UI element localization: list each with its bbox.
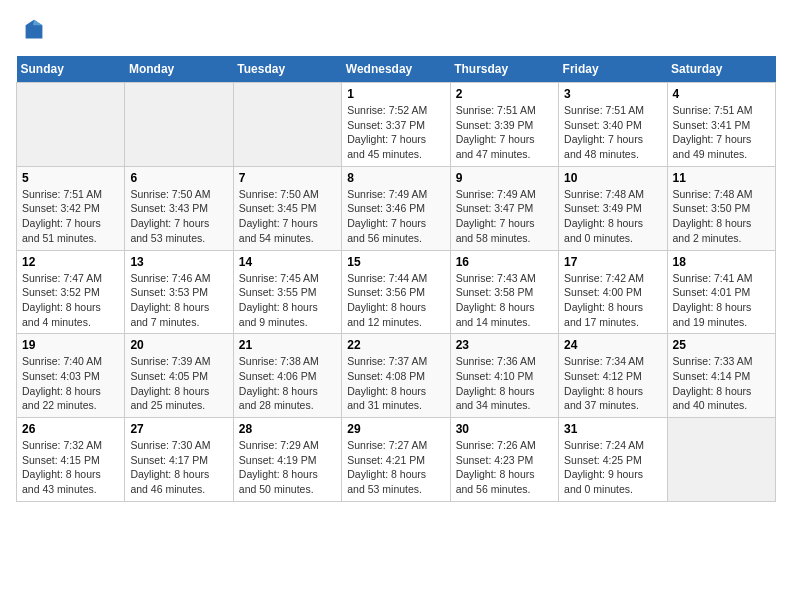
day-number: 4 [673, 87, 770, 101]
page-header [16, 16, 776, 44]
day-number: 2 [456, 87, 553, 101]
day-of-week-header: Sunday [17, 56, 125, 83]
calendar-cell: 6Sunrise: 7:50 AM Sunset: 3:43 PM Daylig… [125, 166, 233, 250]
calendar-week-row: 12Sunrise: 7:47 AM Sunset: 3:52 PM Dayli… [17, 250, 776, 334]
day-number: 28 [239, 422, 336, 436]
day-info: Sunrise: 7:51 AM Sunset: 3:40 PM Dayligh… [564, 103, 661, 162]
day-number: 14 [239, 255, 336, 269]
day-info: Sunrise: 7:26 AM Sunset: 4:23 PM Dayligh… [456, 438, 553, 497]
day-of-week-header: Saturday [667, 56, 775, 83]
day-info: Sunrise: 7:42 AM Sunset: 4:00 PM Dayligh… [564, 271, 661, 330]
day-info: Sunrise: 7:27 AM Sunset: 4:21 PM Dayligh… [347, 438, 444, 497]
calendar-cell: 14Sunrise: 7:45 AM Sunset: 3:55 PM Dayli… [233, 250, 341, 334]
day-number: 19 [22, 338, 119, 352]
day-number: 8 [347, 171, 444, 185]
day-info: Sunrise: 7:33 AM Sunset: 4:14 PM Dayligh… [673, 354, 770, 413]
calendar-cell [17, 83, 125, 167]
day-info: Sunrise: 7:45 AM Sunset: 3:55 PM Dayligh… [239, 271, 336, 330]
calendar-cell [667, 418, 775, 502]
calendar-cell: 31Sunrise: 7:24 AM Sunset: 4:25 PM Dayli… [559, 418, 667, 502]
calendar-cell: 22Sunrise: 7:37 AM Sunset: 4:08 PM Dayli… [342, 334, 450, 418]
day-number: 30 [456, 422, 553, 436]
day-info: Sunrise: 7:46 AM Sunset: 3:53 PM Dayligh… [130, 271, 227, 330]
day-info: Sunrise: 7:39 AM Sunset: 4:05 PM Dayligh… [130, 354, 227, 413]
day-info: Sunrise: 7:43 AM Sunset: 3:58 PM Dayligh… [456, 271, 553, 330]
day-number: 26 [22, 422, 119, 436]
day-info: Sunrise: 7:44 AM Sunset: 3:56 PM Dayligh… [347, 271, 444, 330]
day-number: 21 [239, 338, 336, 352]
day-number: 6 [130, 171, 227, 185]
day-of-week-header: Tuesday [233, 56, 341, 83]
logo-icon [20, 16, 48, 44]
day-info: Sunrise: 7:47 AM Sunset: 3:52 PM Dayligh… [22, 271, 119, 330]
day-number: 23 [456, 338, 553, 352]
calendar-cell: 30Sunrise: 7:26 AM Sunset: 4:23 PM Dayli… [450, 418, 558, 502]
day-info: Sunrise: 7:34 AM Sunset: 4:12 PM Dayligh… [564, 354, 661, 413]
calendar-cell: 11Sunrise: 7:48 AM Sunset: 3:50 PM Dayli… [667, 166, 775, 250]
day-info: Sunrise: 7:49 AM Sunset: 3:46 PM Dayligh… [347, 187, 444, 246]
logo [16, 16, 48, 44]
day-info: Sunrise: 7:51 AM Sunset: 3:42 PM Dayligh… [22, 187, 119, 246]
calendar-cell: 13Sunrise: 7:46 AM Sunset: 3:53 PM Dayli… [125, 250, 233, 334]
day-number: 17 [564, 255, 661, 269]
day-info: Sunrise: 7:51 AM Sunset: 3:39 PM Dayligh… [456, 103, 553, 162]
calendar-cell: 2Sunrise: 7:51 AM Sunset: 3:39 PM Daylig… [450, 83, 558, 167]
calendar-cell: 7Sunrise: 7:50 AM Sunset: 3:45 PM Daylig… [233, 166, 341, 250]
calendar-cell: 3Sunrise: 7:51 AM Sunset: 3:40 PM Daylig… [559, 83, 667, 167]
calendar-cell: 18Sunrise: 7:41 AM Sunset: 4:01 PM Dayli… [667, 250, 775, 334]
day-number: 5 [22, 171, 119, 185]
day-info: Sunrise: 7:49 AM Sunset: 3:47 PM Dayligh… [456, 187, 553, 246]
calendar-week-row: 1Sunrise: 7:52 AM Sunset: 3:37 PM Daylig… [17, 83, 776, 167]
calendar-cell: 17Sunrise: 7:42 AM Sunset: 4:00 PM Dayli… [559, 250, 667, 334]
day-of-week-header: Friday [559, 56, 667, 83]
day-of-week-header: Thursday [450, 56, 558, 83]
day-info: Sunrise: 7:30 AM Sunset: 4:17 PM Dayligh… [130, 438, 227, 497]
day-number: 24 [564, 338, 661, 352]
day-number: 3 [564, 87, 661, 101]
calendar-cell: 28Sunrise: 7:29 AM Sunset: 4:19 PM Dayli… [233, 418, 341, 502]
day-number: 15 [347, 255, 444, 269]
day-number: 11 [673, 171, 770, 185]
day-number: 29 [347, 422, 444, 436]
calendar-cell: 21Sunrise: 7:38 AM Sunset: 4:06 PM Dayli… [233, 334, 341, 418]
calendar-cell [233, 83, 341, 167]
day-number: 16 [456, 255, 553, 269]
calendar-week-row: 19Sunrise: 7:40 AM Sunset: 4:03 PM Dayli… [17, 334, 776, 418]
calendar-cell: 27Sunrise: 7:30 AM Sunset: 4:17 PM Dayli… [125, 418, 233, 502]
day-number: 22 [347, 338, 444, 352]
calendar-table: SundayMondayTuesdayWednesdayThursdayFrid… [16, 56, 776, 502]
day-info: Sunrise: 7:50 AM Sunset: 3:45 PM Dayligh… [239, 187, 336, 246]
calendar-header-row: SundayMondayTuesdayWednesdayThursdayFrid… [17, 56, 776, 83]
calendar-cell: 29Sunrise: 7:27 AM Sunset: 4:21 PM Dayli… [342, 418, 450, 502]
calendar-cell: 26Sunrise: 7:32 AM Sunset: 4:15 PM Dayli… [17, 418, 125, 502]
calendar-cell: 25Sunrise: 7:33 AM Sunset: 4:14 PM Dayli… [667, 334, 775, 418]
day-number: 1 [347, 87, 444, 101]
calendar-cell: 23Sunrise: 7:36 AM Sunset: 4:10 PM Dayli… [450, 334, 558, 418]
calendar-cell: 9Sunrise: 7:49 AM Sunset: 3:47 PM Daylig… [450, 166, 558, 250]
calendar-cell: 16Sunrise: 7:43 AM Sunset: 3:58 PM Dayli… [450, 250, 558, 334]
day-info: Sunrise: 7:38 AM Sunset: 4:06 PM Dayligh… [239, 354, 336, 413]
svg-marker-1 [33, 20, 42, 26]
calendar-cell [125, 83, 233, 167]
calendar-cell: 4Sunrise: 7:51 AM Sunset: 3:41 PM Daylig… [667, 83, 775, 167]
calendar-week-row: 26Sunrise: 7:32 AM Sunset: 4:15 PM Dayli… [17, 418, 776, 502]
day-info: Sunrise: 7:40 AM Sunset: 4:03 PM Dayligh… [22, 354, 119, 413]
calendar-cell: 5Sunrise: 7:51 AM Sunset: 3:42 PM Daylig… [17, 166, 125, 250]
day-number: 13 [130, 255, 227, 269]
day-info: Sunrise: 7:36 AM Sunset: 4:10 PM Dayligh… [456, 354, 553, 413]
calendar-cell: 8Sunrise: 7:49 AM Sunset: 3:46 PM Daylig… [342, 166, 450, 250]
day-number: 27 [130, 422, 227, 436]
day-number: 10 [564, 171, 661, 185]
calendar-cell: 12Sunrise: 7:47 AM Sunset: 3:52 PM Dayli… [17, 250, 125, 334]
day-info: Sunrise: 7:37 AM Sunset: 4:08 PM Dayligh… [347, 354, 444, 413]
calendar-cell: 19Sunrise: 7:40 AM Sunset: 4:03 PM Dayli… [17, 334, 125, 418]
day-info: Sunrise: 7:51 AM Sunset: 3:41 PM Dayligh… [673, 103, 770, 162]
calendar-week-row: 5Sunrise: 7:51 AM Sunset: 3:42 PM Daylig… [17, 166, 776, 250]
day-of-week-header: Wednesday [342, 56, 450, 83]
day-number: 31 [564, 422, 661, 436]
day-number: 7 [239, 171, 336, 185]
calendar-cell: 10Sunrise: 7:48 AM Sunset: 3:49 PM Dayli… [559, 166, 667, 250]
day-info: Sunrise: 7:50 AM Sunset: 3:43 PM Dayligh… [130, 187, 227, 246]
day-info: Sunrise: 7:48 AM Sunset: 3:50 PM Dayligh… [673, 187, 770, 246]
day-number: 9 [456, 171, 553, 185]
